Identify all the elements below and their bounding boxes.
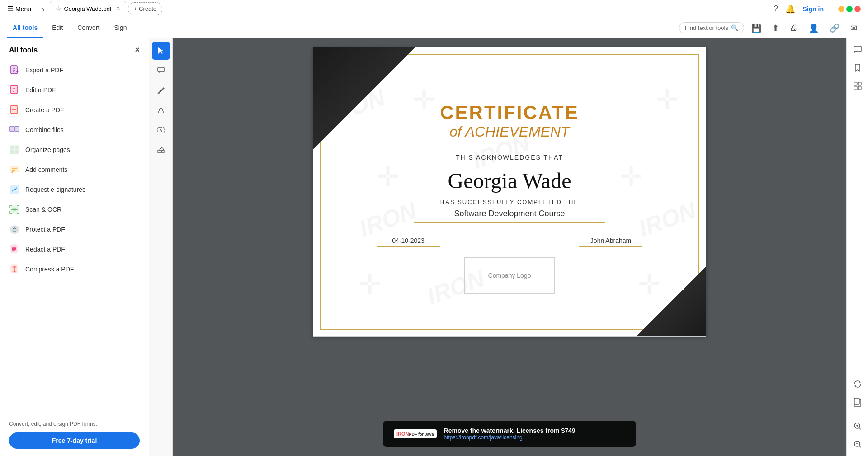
tab-star-icon: ☆ — [56, 5, 61, 12]
svg-rect-46 — [858, 86, 861, 90]
eraser-tool[interactable] — [152, 141, 170, 159]
svg-rect-37 — [158, 67, 164, 72]
cert-instructor-item: John Abraham — [579, 237, 642, 247]
sidebar-item-scan-ocr[interactable]: Scan & OCR — [0, 200, 149, 219]
sidebar-item-organize-pages[interactable]: Organize pages — [0, 140, 149, 160]
menu-button[interactable]: ☰ Menu — [4, 3, 35, 15]
close-button[interactable] — [854, 6, 861, 12]
help-icon[interactable]: ? — [774, 4, 778, 14]
draw-tool[interactable] — [152, 81, 170, 100]
select-tool[interactable] — [152, 42, 170, 60]
svg-rect-32 — [12, 248, 16, 250]
wm-logo-text: IRONPDF for Java — [396, 431, 434, 437]
svg-rect-42 — [854, 46, 861, 52]
sign-in-button[interactable]: Sign in — [802, 5, 824, 13]
tab-edit[interactable]: Edit — [47, 18, 68, 38]
sidebar-item-create-pdf[interactable]: Create a PDF — [0, 100, 149, 120]
find-input[interactable]: Find text or tools 🔍 — [679, 22, 744, 33]
cert-acknowledges: THIS ACKNOWLEDGES THAT — [349, 154, 670, 161]
add-comments-icon — [9, 164, 20, 175]
export-button[interactable] — [849, 394, 866, 410]
rotate-button[interactable] — [849, 376, 866, 392]
print-icon[interactable]: 🖨 — [786, 20, 802, 35]
wm-logo: IRONPDF for Java — [394, 429, 437, 438]
notification-icon[interactable]: 🔔 — [785, 4, 795, 14]
tab-close-icon[interactable]: × — [116, 5, 120, 13]
maximize-button[interactable] — [846, 6, 853, 12]
tab-convert[interactable]: Convert — [72, 18, 105, 38]
sidebar-item-export-pdf[interactable]: Export a PDF — [0, 60, 149, 80]
tab-area: ☆ Georgia Wade.pdf × + Create — [50, 1, 772, 17]
titlebar-right: ? 🔔 Sign in — [774, 4, 864, 14]
request-esig-icon — [9, 184, 20, 195]
text-box-tool[interactable]: A — [152, 121, 170, 139]
bookmarks-panel-button[interactable] — [849, 60, 866, 76]
sidebar-item-add-comments[interactable]: Add comments — [0, 160, 149, 180]
sidebar-item-edit-pdf[interactable]: Edit a PDF — [0, 80, 149, 100]
upload-icon[interactable]: ⬆ — [769, 20, 783, 36]
account-icon[interactable]: 👤 — [805, 20, 822, 36]
svg-rect-22 — [15, 150, 19, 154]
svg-rect-43 — [854, 82, 857, 86]
right-panel — [846, 38, 868, 456]
sidebar-header: All tools × — [0, 38, 149, 58]
zoom-in-button[interactable] — [849, 418, 866, 434]
sidebar-footer: Convert, edit, and e-sign PDF forms. Fre… — [0, 413, 149, 456]
wm-text: Remove the watermark. Licenses from $749… — [444, 427, 625, 441]
sidebar-item-label: Compress a PDF — [25, 266, 74, 273]
find-icon: 🔍 — [731, 24, 738, 31]
cert-date-item: 04-10-2023 — [377, 237, 440, 247]
compress-pdf-icon — [9, 264, 20, 275]
pdf-page: ✛ ✛ ✛ ✛ ✛ ✛ ✛ IRON IRON IRON IRON IRON C… — [313, 47, 706, 337]
minimize-button[interactable] — [838, 6, 844, 12]
cert-name: Georgia Wade — [349, 168, 670, 193]
window-controls — [838, 6, 861, 12]
toolbar: All tools Edit Convert Sign Find text or… — [0, 18, 868, 38]
sidebar-item-label: Export a PDF — [25, 66, 63, 74]
save-icon[interactable]: 💾 — [748, 20, 765, 36]
sidebar-close-button[interactable]: × — [135, 45, 140, 55]
find-label: Find text or tools — [685, 24, 728, 31]
sidebar-item-compress-pdf[interactable]: Compress a PDF — [0, 259, 149, 279]
sidebar-item-request-esig[interactable]: Request e-signatures — [0, 180, 149, 200]
sidebar-item-protect-pdf[interactable]: Protect a PDF — [0, 219, 149, 239]
pdf-tab[interactable]: ☆ Georgia Wade.pdf × — [50, 1, 126, 17]
comment-tool[interactable] — [152, 62, 170, 80]
pdf-viewer[interactable]: ✛ ✛ ✛ ✛ ✛ ✛ ✛ IRON IRON IRON IRON IRON C… — [173, 38, 846, 456]
home-button[interactable]: ⌂ — [37, 4, 47, 14]
sidebar-item-combine-files[interactable]: Combine files — [0, 120, 149, 140]
tab-title: Georgia Wade.pdf — [64, 5, 112, 12]
sidebar-item-label: Request e-signatures — [25, 186, 85, 193]
create-button[interactable]: + Create — [128, 2, 162, 15]
sidebar-items: Export a PDF Edit a PDF Create a PDF Com… — [0, 58, 149, 413]
cert-date: 04-10-2023 — [377, 237, 440, 247]
sidebar-item-label: Edit a PDF — [25, 86, 56, 94]
edit-pdf-icon — [9, 85, 20, 95]
svg-rect-21 — [10, 150, 14, 154]
svg-rect-14 — [10, 126, 14, 132]
share-icon[interactable]: 🔗 — [826, 20, 843, 36]
cert-subtitle: of ACHIEVEMENT — [349, 124, 670, 140]
tab-all-tools[interactable]: All tools — [7, 18, 43, 38]
hamburger-icon: ☰ — [7, 5, 14, 13]
certificate-content: CERTIFICATE of ACHIEVEMENT THIS ACKNOWLE… — [313, 48, 706, 323]
sidebar-item-redact-pdf[interactable]: Redact a PDF — [0, 239, 149, 259]
curve-tool[interactable] — [152, 101, 170, 119]
comments-panel-button[interactable] — [849, 42, 866, 58]
footer-text: Convert, edit, and e-sign PDF forms. — [9, 421, 140, 427]
tab-sign[interactable]: Sign — [108, 18, 132, 38]
pages-panel-button[interactable] — [849, 78, 866, 94]
create-label: + Create — [134, 5, 156, 12]
svg-line-51 — [859, 428, 861, 430]
zoom-out-button[interactable] — [849, 436, 866, 452]
email-icon[interactable]: ✉ — [847, 20, 861, 36]
main-layout: All tools × Export a PDF Edit a PDF — [0, 38, 868, 456]
sidebar-title: All tools — [9, 46, 38, 54]
wm-link[interactable]: https://ironpdf.com/java/licensing — [444, 434, 625, 441]
protect-pdf-icon — [9, 224, 20, 235]
svg-text:A: A — [160, 128, 162, 133]
sidebar-item-label: Protect a PDF — [25, 226, 65, 233]
titlebar: ☰ Menu ⌂ ☆ Georgia Wade.pdf × + Create ?… — [0, 0, 868, 18]
wm-main-text: Remove the watermark. Licenses from $749 — [444, 427, 625, 434]
free-trial-button[interactable]: Free 7-day trial — [9, 432, 140, 449]
